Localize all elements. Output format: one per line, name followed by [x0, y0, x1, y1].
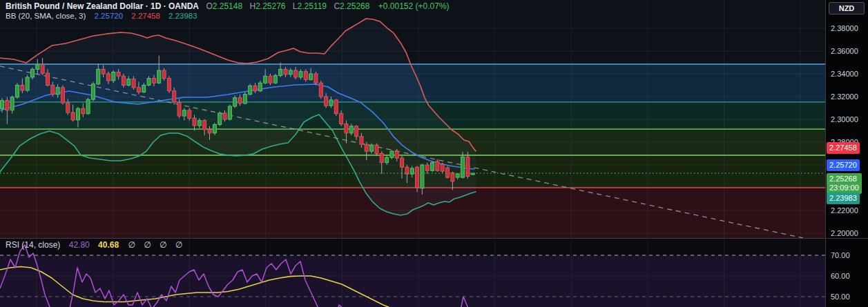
candle-down	[46, 73, 49, 85]
candle-up	[91, 84, 95, 99]
candle-up	[97, 69, 100, 83]
candle-up	[258, 83, 262, 91]
candle-down	[284, 69, 287, 74]
rsi-ma-value: 40.68	[98, 240, 119, 250]
candle-up	[86, 99, 90, 114]
high-label: H	[249, 1, 255, 11]
price-tick: 2.36000	[831, 46, 858, 56]
candle-down	[132, 79, 135, 87]
bb-indicator-title[interactable]: BB (20, SMA, close, 3)	[6, 12, 86, 20]
candle-down	[360, 137, 363, 145]
symbol-legend: British Pound / New Zealand Dollar · 1D …	[6, 2, 450, 11]
change-value: +0.00152 (+0.07%)	[378, 1, 450, 11]
candle-down	[223, 113, 226, 119]
candle-down	[365, 144, 368, 151]
pane-divider[interactable]	[0, 238, 868, 239]
rsi-indicator-title[interactable]: RSI (14, close)	[6, 240, 60, 250]
candle-down	[334, 100, 338, 114]
candle-up	[213, 124, 216, 132]
candle-down	[325, 97, 328, 106]
low-label: L	[293, 1, 298, 11]
candle-down	[122, 76, 125, 85]
candle-down	[167, 79, 171, 91]
candle-up	[30, 69, 34, 77]
candle-up	[461, 157, 465, 177]
bb-basis-value: 2.25720	[95, 12, 124, 20]
candle-down	[137, 88, 140, 92]
candle-down	[106, 74, 110, 81]
candle-up	[157, 70, 161, 83]
candle-up	[233, 98, 237, 106]
candle-down	[446, 168, 450, 177]
candle-down	[66, 103, 70, 112]
price-tick: 2.22000	[831, 206, 858, 215]
candle-down	[401, 158, 404, 167]
candle-down	[162, 70, 166, 79]
candle-up	[370, 145, 374, 151]
candle-up	[112, 72, 115, 81]
candle-up	[309, 74, 313, 79]
price-axis-divider	[825, 0, 826, 307]
candle-up	[243, 95, 247, 103]
candle-down	[81, 108, 85, 113]
price-tick: 2.34000	[831, 69, 858, 79]
candle-down	[203, 121, 206, 130]
candle-down	[117, 72, 120, 77]
candle-up	[410, 168, 414, 174]
candle-up	[218, 113, 222, 125]
candle-up	[228, 106, 231, 119]
candle-down	[294, 70, 298, 77]
rsi-tick: 70.00	[831, 250, 850, 260]
candle-down	[355, 126, 358, 137]
candle-up	[56, 88, 59, 95]
rsi-legend: RSI (14, close) 42.80 40.68 ∅ ∅ ∅ ∅	[6, 241, 182, 250]
candle-down	[208, 130, 211, 133]
symbol-title[interactable]: British Pound / New Zealand Dollar · 1D …	[6, 1, 199, 11]
price-chart-canvas[interactable]	[0, 0, 868, 307]
candle-up	[142, 86, 146, 92]
candle-up	[127, 79, 131, 85]
candle-down	[51, 86, 55, 95]
candle-down	[253, 86, 257, 90]
candle-up	[421, 165, 424, 188]
candle-down	[451, 173, 454, 181]
candle-down	[238, 98, 242, 103]
candle-up	[289, 70, 292, 75]
bb-lower-axis-label: 2.23983	[827, 192, 860, 204]
candle-down	[188, 110, 191, 119]
candle-down	[173, 91, 176, 103]
candle-up	[197, 121, 201, 126]
candle-down	[375, 145, 378, 153]
candle-down	[345, 124, 348, 133]
trading-chart-app: British Pound / New Zealand Dollar · 1D …	[0, 0, 868, 307]
candle-up	[299, 72, 302, 77]
candle-down	[21, 86, 24, 90]
candle-up	[329, 100, 333, 106]
rsi-tick: 60.00	[831, 271, 850, 281]
candle-up	[385, 157, 389, 162]
currency-toggle-button[interactable]: NZD	[829, 2, 865, 14]
candle-down	[269, 76, 272, 83]
candle-up	[390, 151, 394, 157]
price-tick: 2.20000	[831, 228, 858, 238]
candle-up	[26, 77, 29, 90]
candle-down	[441, 164, 444, 171]
candle-up	[182, 110, 186, 116]
candle-up	[264, 76, 267, 83]
candle-up	[1, 101, 4, 109]
candle-up	[273, 75, 277, 83]
candle-down	[319, 83, 322, 97]
candle-down	[395, 151, 398, 158]
bb-legend: BB (20, SMA, close, 3) 2.25720 2.27458 2…	[6, 12, 197, 21]
price-axis[interactable]: NZD 2.380002.360002.340002.320002.300002…	[826, 0, 868, 307]
close-label: C	[334, 1, 340, 11]
candle-up	[36, 65, 39, 70]
high-value: 2.25276	[255, 1, 285, 11]
candle-down	[416, 167, 419, 188]
candle-down	[436, 161, 439, 170]
candle-up	[349, 126, 353, 133]
candle-down	[102, 69, 105, 74]
candle-up	[76, 108, 79, 120]
candle-up	[279, 69, 282, 75]
open-value: 2.25148	[213, 1, 242, 11]
